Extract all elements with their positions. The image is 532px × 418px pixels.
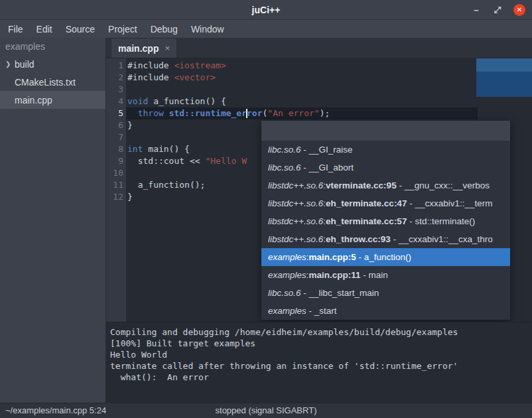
code-line-row: 4void a_function() {: [106, 96, 330, 107]
tree-item-cmakelists-txt[interactable]: CMakeLists.txt: [0, 73, 105, 91]
module-name: libc.so.6: [268, 288, 301, 298]
tree-item-main-cpp[interactable]: main.cpp: [0, 91, 105, 109]
module-name: libstdc++.so.6: [268, 216, 323, 226]
line-number: 12: [106, 191, 123, 203]
code-line[interactable]: [123, 131, 127, 143]
code-segment: "An error": [267, 108, 319, 118]
file-location: eh_terminate.cc:57: [326, 216, 407, 226]
code-line[interactable]: [123, 84, 127, 96]
code-segment: throw: [138, 108, 164, 118]
code-segment: int: [127, 144, 143, 154]
code-segment: );: [320, 108, 330, 118]
tree-item-label: CMakeLists.txt: [15, 77, 76, 88]
code-segment: #include: [127, 72, 174, 82]
tab-bar: main.cpp ×: [106, 38, 532, 58]
close-button[interactable]: ✕: [513, 4, 525, 16]
terminal-line: what(): An error: [110, 372, 528, 383]
tooltip-panel: [476, 58, 532, 97]
module-name: examples: [268, 270, 306, 280]
code-segment: ror: [247, 108, 262, 118]
backtrace-row[interactable]: libc.so.6 - __GI_abort: [261, 159, 510, 176]
line-number: 9: [106, 155, 123, 167]
code-segment: void: [127, 96, 148, 106]
menu-item-window[interactable]: Window: [184, 20, 231, 38]
status-bar: ~/examples/main.cpp 5:24 stopped (signal…: [0, 403, 532, 418]
code-segment: std::runtime_er: [169, 108, 247, 118]
code-segment: <iostream>: [174, 60, 226, 70]
file-location: eh_throw.cc:93: [326, 234, 391, 244]
line-number: 2: [106, 72, 123, 84]
code-line[interactable]: void a_function() {: [123, 96, 226, 107]
terminal-line: Compiling and debugging /home/eidheim/ex…: [110, 326, 528, 338]
code-line[interactable]: std::cout << "Hello W: [123, 155, 247, 167]
project-name: examples: [0, 38, 105, 55]
tree-item-label: build: [15, 59, 34, 70]
line-number: 7: [106, 131, 123, 143]
backtrace-row[interactable]: libc.so.6 - __libc_start_main: [261, 284, 510, 302]
title-bar: juCi++ − ⤢ ✕: [0, 0, 532, 20]
line-number: 6: [106, 119, 123, 131]
tab-close-icon[interactable]: ×: [165, 43, 170, 53]
module-name: libc.so.6: [268, 145, 301, 155]
code-segment: }: [127, 120, 133, 130]
backtrace-list: libc.so.6 - __GI_raiselibc.so.6 - __GI_a…: [261, 141, 510, 320]
code-line-row: 5 throw std::runtime_error("An error");: [106, 107, 330, 119]
window-title: juCi++: [252, 5, 281, 15]
popup-header: [261, 121, 510, 141]
code-line[interactable]: a_function();: [123, 179, 205, 191]
backtrace-row[interactable]: libstdc++.so.6:eh_terminate.cc:57 - std:…: [261, 212, 510, 230]
status-file-position: ~/examples/main.cpp 5:24: [5, 403, 106, 418]
backtrace-popup: libc.so.6 - __GI_raiselibc.so.6 - __GI_a…: [261, 121, 510, 320]
module-name: examples: [268, 252, 306, 262]
backtrace-row[interactable]: libstdc++.so.6:eh_throw.cc:93 - __cxxabi…: [261, 230, 510, 248]
code-segment: "Hello W: [205, 156, 247, 166]
module-name: libstdc++.so.6: [268, 234, 323, 244]
backtrace-row[interactable]: libstdc++.so.6:eh_terminate.cc:47 - __cx…: [261, 194, 510, 212]
menu-item-project[interactable]: Project: [101, 20, 144, 38]
minimize-button[interactable]: −: [471, 5, 482, 15]
module-name: examples: [268, 306, 306, 316]
line-number: 10: [106, 167, 123, 179]
code-line-row: 3: [106, 84, 330, 96]
code-line[interactable]: #include <iostream>: [123, 60, 226, 72]
tab-main-cpp[interactable]: main.cpp ×: [111, 38, 177, 58]
code-segment: #include: [127, 60, 174, 70]
code-segment: a_function() {: [148, 96, 226, 106]
terminal-output: Compiling and debugging /home/eidheim/ex…: [106, 322, 532, 403]
menu-item-edit[interactable]: Edit: [30, 20, 59, 38]
line-number: 11: [106, 179, 123, 191]
tab-label: main.cpp: [118, 43, 159, 54]
code-line[interactable]: [123, 167, 127, 179]
maximize-button[interactable]: ⤢: [492, 5, 503, 15]
module-name: libstdc++.so.6: [268, 180, 323, 190]
code-segment: std::cout <<: [127, 156, 205, 166]
backtrace-row[interactable]: examples:main.cpp:5 - a_function(): [261, 248, 510, 266]
backtrace-row[interactable]: examples - _start: [261, 302, 510, 320]
code-line[interactable]: #include <vector>: [123, 72, 216, 84]
menu-item-file[interactable]: File: [1, 20, 30, 38]
tree-item-label: main.cpp: [15, 95, 52, 105]
code-line[interactable]: throw std::runtime_error("An error");: [123, 107, 330, 119]
line-number: 8: [106, 143, 123, 155]
terminal-line: [100%] Built target examples: [110, 338, 528, 349]
menu-item-debug[interactable]: Debug: [144, 20, 184, 38]
file-location: main.cpp:11: [309, 270, 361, 280]
file-location: vterminate.cc:95: [326, 180, 397, 190]
code-segment: <vector>: [174, 72, 216, 82]
terminal-line: Hello World: [110, 349, 528, 360]
editor[interactable]: 1#include <iostream>2#include <vector>34…: [106, 58, 532, 322]
line-number: 4: [106, 96, 123, 107]
menu-item-source[interactable]: Source: [59, 20, 101, 38]
window-controls: − ⤢ ✕: [471, 0, 525, 20]
code-line[interactable]: int main() {: [123, 143, 190, 155]
sidebar: examples ❯buildCMakeLists.txtmain.cpp: [0, 38, 106, 403]
file-tree: ❯buildCMakeLists.txtmain.cpp: [0, 55, 105, 109]
module-name: libstdc++.so.6: [268, 198, 323, 208]
code-line[interactable]: }: [123, 191, 133, 203]
code-line-row: 2#include <vector>: [106, 72, 330, 84]
tree-item-build[interactable]: ❯build: [0, 55, 105, 73]
backtrace-row[interactable]: libstdc++.so.6:vterminate.cc:95 - __gnu_…: [261, 176, 510, 194]
backtrace-row[interactable]: examples:main.cpp:11 - main: [261, 266, 510, 284]
code-line[interactable]: }: [123, 119, 133, 131]
backtrace-row[interactable]: libc.so.6 - __GI_raise: [261, 141, 510, 159]
